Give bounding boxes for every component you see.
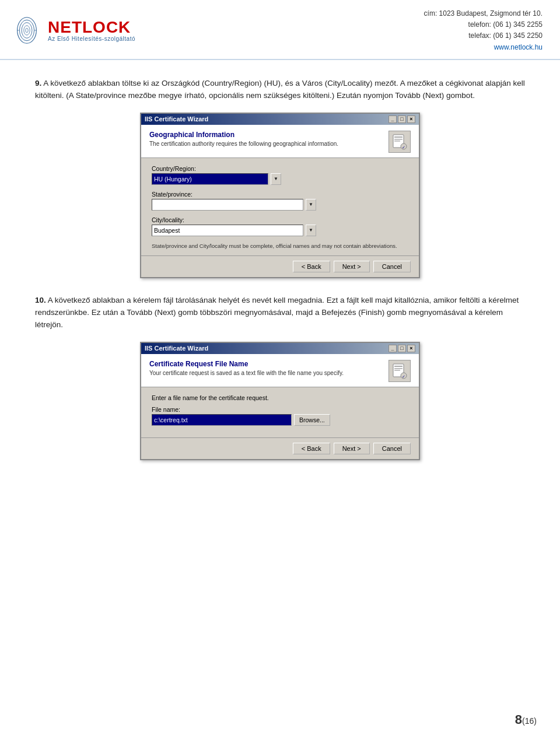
dialog2-next-button[interactable]: Next > <box>334 443 370 454</box>
city-label: City/locality: <box>152 216 408 223</box>
certificate-icon: ✓ <box>391 134 408 150</box>
state-row: ▼ <box>152 199 408 211</box>
dialog2-header: Certificate Request File Name Your certi… <box>141 354 419 387</box>
page-number: 8 <box>515 712 522 727</box>
certificate-icon2: ✓ <box>391 363 408 379</box>
svg-rect-15 <box>394 368 402 369</box>
city-field: City/locality: ▼ <box>152 216 408 236</box>
step9-number: 9. <box>35 79 41 87</box>
country-field: Country/Region: ▼ <box>152 165 408 185</box>
step9-text: A következő ablakban töltse ki az Ország… <box>35 79 525 100</box>
dialog1-title: IIS Certificate Wizard <box>145 115 208 122</box>
dialog1-footer: < Back Next > Cancel <box>141 255 419 277</box>
country-input[interactable] <box>152 173 268 185</box>
dialog1-back-button[interactable]: < Back <box>293 261 330 272</box>
dialog1-close-btn[interactable]: × <box>407 115 415 123</box>
dialog1-next-button[interactable]: Next > <box>334 261 370 272</box>
dialog2-maximize-btn[interactable]: □ <box>398 345 406 352</box>
state-input[interactable] <box>152 199 303 211</box>
dialog2-certfile: IIS Certificate Wizard _ □ × Certificate… <box>140 342 420 460</box>
dialog2-header-desc: Your certificate request is saved as a t… <box>149 370 344 376</box>
dialog1-header-text: Geographical Information The certificati… <box>149 131 338 147</box>
filename-row: Browse... <box>152 414 408 426</box>
svg-point-0 <box>18 17 37 44</box>
contact-fax: telefax: (06 1) 345 2250 <box>424 30 542 41</box>
dialog2-body: Enter a file name for the certificate re… <box>141 387 419 437</box>
svg-rect-10 <box>394 141 400 142</box>
dialog1-titlebar: IIS Certificate Wizard _ □ × <box>141 114 419 125</box>
browse-button[interactable]: Browse... <box>294 414 330 426</box>
dialog1-body: Country/Region: ▼ State/province: ▼ City… <box>141 158 419 255</box>
country-row: ▼ <box>152 173 408 185</box>
state-field: State/province: ▼ <box>152 191 408 211</box>
filename-input[interactable] <box>152 414 292 426</box>
logo-name: NETLOCK <box>48 19 135 36</box>
city-row: ▼ <box>152 225 408 236</box>
contact-info: cím: 1023 Budapest, Zsigmond tér 10. tel… <box>424 8 542 53</box>
dialog2-cancel-button[interactable]: Cancel <box>373 443 411 454</box>
dialog1-note: State/province and City/locality must be… <box>152 242 408 250</box>
step9-paragraph: 9. A következő ablakban töltse ki az Ors… <box>35 78 525 102</box>
dialog2-back-button[interactable]: < Back <box>293 443 330 454</box>
filename-label: File name: <box>152 406 408 413</box>
contact-address: cím: 1023 Budapest, Zsigmond tér 10. <box>424 8 542 19</box>
svg-text:✓: ✓ <box>402 374 405 379</box>
dialog2-titlebar-buttons: _ □ × <box>388 345 415 352</box>
dialog1-header-desc: The certification authority requires the… <box>149 141 338 147</box>
logo-area: NETLOCK Az Első Hitelesítés-szolgáltató <box>12 15 135 45</box>
dialog2-minimize-btn[interactable]: _ <box>388 345 397 352</box>
city-dropdown-arrow[interactable]: ▼ <box>306 225 316 236</box>
dialog1-maximize-btn[interactable]: □ <box>398 115 406 123</box>
filename-field: File name: Browse... <box>152 406 408 426</box>
contact-phone: telefon: (06 1) 345 2255 <box>424 19 542 30</box>
city-input[interactable] <box>152 225 303 236</box>
logo-text: NETLOCK Az Első Hitelesítés-szolgáltató <box>48 19 135 42</box>
dialog2-header-text: Certificate Request File Name Your certi… <box>149 360 344 376</box>
step10-text3: Ez után a Tovább (Next) gomb többszöri m… <box>35 308 503 329</box>
svg-text:✓: ✓ <box>402 145 405 149</box>
fingerprint-logo-icon <box>12 15 42 45</box>
dialog1-header-title: Geographical Information <box>149 131 338 139</box>
step10-paragraph: 10. A következő ablakban a kérelem fájl … <box>35 295 525 331</box>
page-footer: 8(16) <box>515 712 537 727</box>
svg-point-4 <box>26 29 28 33</box>
dialog2-footer: < Back Next > Cancel <box>141 437 419 459</box>
step10-text1: A következő ablakban a kérelem fájl táro… <box>48 296 324 304</box>
svg-point-3 <box>24 26 30 35</box>
dialog2-titlebar: IIS Certificate Wizard _ □ × <box>141 343 419 354</box>
svg-rect-14 <box>394 366 402 367</box>
dialog1-minimize-btn[interactable]: _ <box>388 115 397 123</box>
logo-subtitle: Az Első Hitelesítés-szolgáltató <box>48 36 135 42</box>
contact-url[interactable]: www.netlock.hu <box>494 43 542 51</box>
country-dropdown-arrow[interactable]: ▼ <box>271 173 281 185</box>
state-dropdown-arrow[interactable]: ▼ <box>306 199 316 211</box>
svg-point-2 <box>22 23 32 38</box>
dialog2-close-btn[interactable]: × <box>407 345 415 352</box>
svg-rect-9 <box>394 139 402 140</box>
page-header: NETLOCK Az Első Hitelesítés-szolgáltató … <box>0 0 560 60</box>
country-label: Country/Region: <box>152 165 408 172</box>
dialog1-geographical: IIS Certificate Wizard _ □ × Geographica… <box>140 113 420 278</box>
state-label: State/province: <box>152 191 408 198</box>
step10-number: 10. <box>35 296 46 304</box>
dialog2-icon: ✓ <box>388 360 411 382</box>
svg-rect-8 <box>394 136 402 138</box>
dialog1-header: Geographical Information The certificati… <box>141 125 419 158</box>
svg-rect-16 <box>394 370 400 371</box>
main-content: 9. A következő ablakban töltse ki az Ors… <box>0 60 560 494</box>
dialog2-title: IIS Certificate Wizard <box>145 345 208 352</box>
dialog2-header-title: Certificate Request File Name <box>149 360 344 368</box>
page-total: (16) <box>522 716 537 726</box>
dialog1-cancel-button[interactable]: Cancel <box>373 261 411 272</box>
dialog2-file-instructions: Enter a file name for the certificate re… <box>152 394 408 401</box>
dialog1-titlebar-buttons: _ □ × <box>388 115 415 123</box>
dialog1-icon: ✓ <box>388 131 411 153</box>
